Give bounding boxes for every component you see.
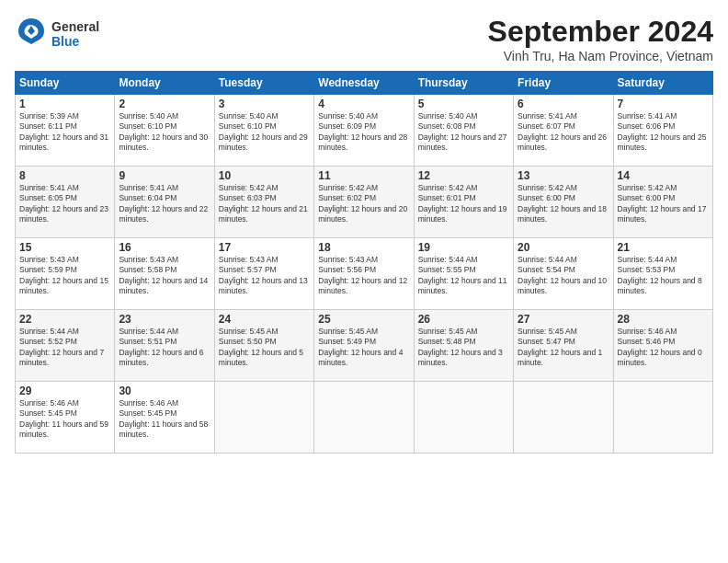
header-monday: Monday — [115, 72, 214, 95]
day-info: Sunrise: 5:41 AMSunset: 6:05 PMDaylight:… — [19, 183, 110, 225]
logo-general: General — [51, 20, 99, 34]
calendar-cell: 1Sunrise: 5:39 AMSunset: 6:11 PMDaylight… — [16, 95, 115, 167]
calendar-cell: 30Sunrise: 5:46 AMSunset: 5:45 PMDayligh… — [115, 382, 214, 454]
logo-blue: Blue — [51, 35, 99, 49]
day-number: 27 — [518, 313, 609, 326]
day-info: Sunrise: 5:42 AMSunset: 6:03 PMDaylight:… — [219, 183, 310, 225]
calendar-cell: 18Sunrise: 5:43 AMSunset: 5:56 PMDayligh… — [314, 238, 414, 310]
day-number: 6 — [518, 98, 609, 110]
logo-bird-icon — [15, 15, 48, 54]
day-number: 11 — [318, 169, 409, 182]
calendar-cell: 8Sunrise: 5:41 AMSunset: 6:05 PMDaylight… — [16, 167, 115, 238]
calendar-cell: 6Sunrise: 5:41 AMSunset: 6:07 PMDaylight… — [514, 95, 613, 167]
day-number: 10 — [219, 169, 310, 182]
calendar-row: 22Sunrise: 5:44 AMSunset: 5:52 PMDayligh… — [16, 310, 713, 382]
calendar-cell: 20Sunrise: 5:44 AMSunset: 5:54 PMDayligh… — [514, 238, 613, 310]
day-info: Sunrise: 5:42 AMSunset: 6:00 PMDaylight:… — [518, 183, 609, 225]
day-number: 19 — [418, 241, 509, 254]
day-info: Sunrise: 5:43 AMSunset: 5:56 PMDaylight:… — [318, 255, 409, 297]
day-number: 7 — [618, 98, 709, 110]
day-number: 3 — [219, 98, 310, 110]
day-number: 12 — [418, 169, 509, 182]
calendar-cell: 16Sunrise: 5:43 AMSunset: 5:58 PMDayligh… — [115, 238, 214, 310]
day-number: 25 — [318, 313, 409, 326]
calendar-cell — [414, 382, 513, 454]
day-info: Sunrise: 5:46 AMSunset: 5:45 PMDaylight:… — [119, 398, 210, 441]
calendar-cell: 25Sunrise: 5:45 AMSunset: 5:49 PMDayligh… — [314, 310, 414, 382]
day-number: 28 — [618, 313, 709, 326]
calendar-cell — [514, 382, 613, 454]
header-tuesday: Tuesday — [214, 72, 313, 95]
calendar-cell — [214, 382, 313, 454]
day-number: 29 — [19, 385, 110, 397]
day-number: 13 — [518, 169, 609, 182]
day-info: Sunrise: 5:42 AMSunset: 6:00 PMDaylight:… — [618, 183, 709, 225]
calendar-cell — [314, 382, 414, 454]
day-number: 17 — [219, 241, 310, 254]
calendar-cell: 28Sunrise: 5:46 AMSunset: 5:46 PMDayligh… — [613, 310, 712, 382]
day-info: Sunrise: 5:43 AMSunset: 5:59 PMDaylight:… — [19, 255, 110, 297]
calendar-cell: 3Sunrise: 5:40 AMSunset: 6:10 PMDaylight… — [214, 95, 313, 167]
day-info: Sunrise: 5:41 AMSunset: 6:06 PMDaylight:… — [618, 111, 709, 154]
day-info: Sunrise: 5:39 AMSunset: 6:11 PMDaylight:… — [19, 111, 110, 154]
day-number: 22 — [19, 313, 110, 326]
day-info: Sunrise: 5:45 AMSunset: 5:49 PMDaylight:… — [318, 327, 409, 369]
day-number: 20 — [518, 241, 609, 254]
day-number: 15 — [19, 241, 110, 254]
day-info: Sunrise: 5:40 AMSunset: 6:09 PMDaylight:… — [318, 111, 409, 154]
day-number: 8 — [19, 169, 110, 182]
day-number: 21 — [618, 241, 709, 254]
header-sunday: Sunday — [16, 72, 115, 95]
calendar-cell: 17Sunrise: 5:43 AMSunset: 5:57 PMDayligh… — [214, 238, 313, 310]
calendar-cell: 4Sunrise: 5:40 AMSunset: 6:09 PMDaylight… — [314, 95, 414, 167]
calendar-cell: 29Sunrise: 5:46 AMSunset: 5:45 PMDayligh… — [16, 382, 115, 454]
calendar-cell: 12Sunrise: 5:42 AMSunset: 6:01 PMDayligh… — [414, 167, 513, 238]
calendar-cell: 19Sunrise: 5:44 AMSunset: 5:55 PMDayligh… — [414, 238, 513, 310]
day-info: Sunrise: 5:40 AMSunset: 6:10 PMDaylight:… — [219, 111, 310, 154]
day-number: 5 — [418, 98, 509, 110]
day-number: 26 — [418, 313, 509, 326]
calendar-cell: 22Sunrise: 5:44 AMSunset: 5:52 PMDayligh… — [16, 310, 115, 382]
calendar-row: 29Sunrise: 5:46 AMSunset: 5:45 PMDayligh… — [16, 382, 713, 454]
day-info: Sunrise: 5:42 AMSunset: 6:02 PMDaylight:… — [318, 183, 409, 225]
day-info: Sunrise: 5:43 AMSunset: 5:58 PMDaylight:… — [119, 255, 210, 297]
day-info: Sunrise: 5:44 AMSunset: 5:53 PMDaylight:… — [618, 255, 709, 297]
day-info: Sunrise: 5:41 AMSunset: 6:07 PMDaylight:… — [518, 111, 609, 154]
day-info: Sunrise: 5:44 AMSunset: 5:52 PMDaylight:… — [19, 327, 110, 369]
location-subtitle: Vinh Tru, Ha Nam Province, Vietnam — [488, 49, 713, 63]
day-number: 30 — [119, 385, 210, 397]
day-number: 16 — [119, 241, 210, 254]
calendar-cell: 14Sunrise: 5:42 AMSunset: 6:00 PMDayligh… — [613, 167, 712, 238]
day-info: Sunrise: 5:40 AMSunset: 6:10 PMDaylight:… — [119, 111, 210, 154]
day-number: 4 — [318, 98, 409, 110]
calendar-cell: 24Sunrise: 5:45 AMSunset: 5:50 PMDayligh… — [214, 310, 313, 382]
header-wednesday: Wednesday — [314, 72, 414, 95]
calendar-cell: 26Sunrise: 5:45 AMSunset: 5:48 PMDayligh… — [414, 310, 513, 382]
day-info: Sunrise: 5:40 AMSunset: 6:08 PMDaylight:… — [418, 111, 509, 154]
calendar-cell: 11Sunrise: 5:42 AMSunset: 6:02 PMDayligh… — [314, 167, 414, 238]
calendar-cell: 23Sunrise: 5:44 AMSunset: 5:51 PMDayligh… — [115, 310, 214, 382]
day-info: Sunrise: 5:41 AMSunset: 6:04 PMDaylight:… — [119, 183, 210, 225]
day-info: Sunrise: 5:45 AMSunset: 5:50 PMDaylight:… — [219, 327, 310, 369]
calendar-cell: 9Sunrise: 5:41 AMSunset: 6:04 PMDaylight… — [115, 167, 214, 238]
logo: General Blue — [15, 15, 99, 54]
day-number: 14 — [618, 169, 709, 182]
calendar-header-row: Sunday Monday Tuesday Wednesday Thursday… — [16, 72, 713, 95]
day-info: Sunrise: 5:44 AMSunset: 5:51 PMDaylight:… — [119, 327, 210, 369]
calendar-row: 1Sunrise: 5:39 AMSunset: 6:11 PMDaylight… — [16, 95, 713, 167]
logo-text: General Blue — [51, 20, 99, 49]
title-section: September 2024 Vinh Tru, Ha Nam Province… — [488, 15, 713, 63]
calendar-cell: 27Sunrise: 5:45 AMSunset: 5:47 PMDayligh… — [514, 310, 613, 382]
header-friday: Friday — [514, 72, 613, 95]
page-header: General Blue September 2024 Vinh Tru, Ha… — [15, 15, 713, 63]
day-info: Sunrise: 5:44 AMSunset: 5:54 PMDaylight:… — [518, 255, 609, 297]
month-title: September 2024 — [488, 15, 713, 49]
calendar-cell: 10Sunrise: 5:42 AMSunset: 6:03 PMDayligh… — [214, 167, 313, 238]
calendar-cell: 5Sunrise: 5:40 AMSunset: 6:08 PMDaylight… — [414, 95, 513, 167]
day-number: 24 — [219, 313, 310, 326]
calendar-cell: 13Sunrise: 5:42 AMSunset: 6:00 PMDayligh… — [514, 167, 613, 238]
calendar-cell: 2Sunrise: 5:40 AMSunset: 6:10 PMDaylight… — [115, 95, 214, 167]
header-thursday: Thursday — [414, 72, 513, 95]
day-info: Sunrise: 5:46 AMSunset: 5:46 PMDaylight:… — [618, 327, 709, 369]
day-number: 23 — [119, 313, 210, 326]
